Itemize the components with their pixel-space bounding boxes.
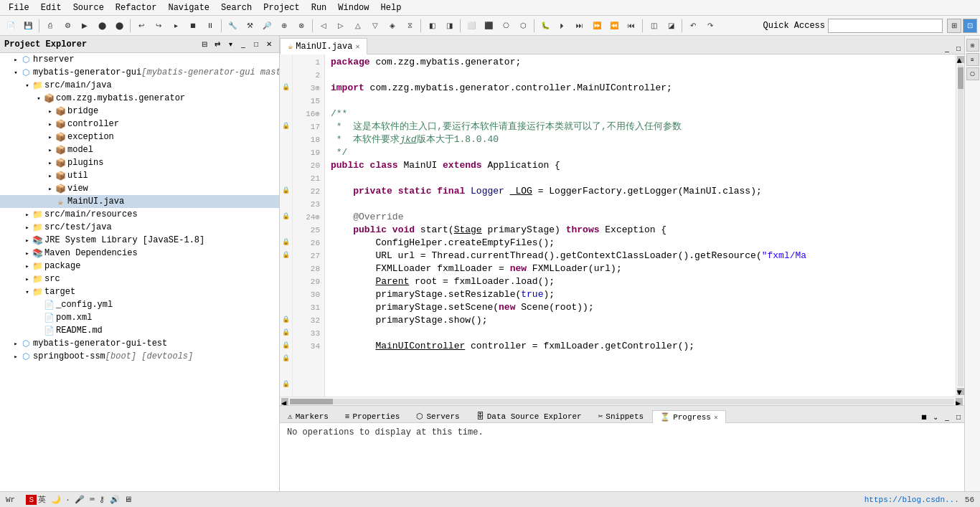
toolbar-btn-35[interactable]: ↷ bbox=[702, 18, 718, 34]
tree-item-src-main-java[interactable]: ▾ 📁 src/main/java bbox=[0, 79, 279, 92]
minimize-btn[interactable]: _ bbox=[237, 39, 249, 50]
tab-properties[interactable]: ≡ Properties bbox=[337, 410, 408, 422]
debug-button[interactable]: 🐛 bbox=[537, 18, 553, 34]
quick-access-input[interactable] bbox=[828, 19, 943, 33]
toolbar-btn-34[interactable]: ↶ bbox=[685, 18, 701, 34]
tree-item-mybatis-test[interactable]: ▸ ⬡ mybatis-generator-gui-test bbox=[0, 337, 279, 350]
toolbar-btn-20[interactable]: ⧖ bbox=[402, 18, 418, 34]
toolbar-btn-26[interactable]: ⬡ bbox=[515, 18, 531, 34]
tree-item-controller[interactable]: ▸ 📦 controller bbox=[0, 118, 279, 131]
toolbar-btn-17[interactable]: △ bbox=[350, 18, 366, 34]
vertical-scrollbar[interactable]: ▲ ▼ bbox=[956, 55, 964, 397]
perspective-btn2[interactable]: ⊡ bbox=[963, 19, 977, 33]
tab-markers[interactable]: ⚠ Markers bbox=[280, 409, 336, 422]
scroll-track[interactable] bbox=[958, 65, 963, 387]
tree-item-package[interactable]: ▸ 📁 package bbox=[0, 260, 279, 273]
print-button[interactable]: ⎙ bbox=[42, 18, 58, 34]
toolbar-btn-9[interactable]: ⏸ bbox=[202, 18, 218, 34]
maximize-btn[interactable]: □ bbox=[250, 39, 262, 50]
scroll-right-btn[interactable]: ▶ bbox=[956, 398, 963, 405]
tab-snippets[interactable]: ✂ Snippets bbox=[590, 409, 651, 422]
menu-file[interactable]: File bbox=[3, 1, 35, 14]
toolbar-btn-13[interactable]: ⊕ bbox=[276, 18, 292, 34]
tree-item-plugins[interactable]: ▸ 📦 plugins bbox=[0, 156, 279, 169]
tree-item-mainui[interactable]: ▸ ☕ MainUI.java bbox=[0, 195, 279, 208]
perspective-btn[interactable]: ⊞ bbox=[947, 19, 961, 33]
toolbar-btn-25[interactable]: ⎔ bbox=[498, 18, 514, 34]
menu-project[interactable]: Project bbox=[258, 1, 305, 14]
right-sidebar-icon-3[interactable]: ⎔ bbox=[966, 67, 979, 80]
toolbar-btn-14[interactable]: ⊗ bbox=[293, 18, 309, 34]
tree-item-com-zzg[interactable]: ▾ 📦 com.zzg.mybatis.generator bbox=[0, 92, 279, 105]
toolbar-btn-30[interactable]: ⏪ bbox=[606, 18, 622, 34]
tab-servers[interactable]: ⬡ Servers bbox=[408, 409, 467, 422]
toolbar-btn-6[interactable]: ↪ bbox=[151, 18, 166, 34]
menu-help[interactable]: Help bbox=[375, 1, 407, 14]
toolbar-btn-19[interactable]: ◈ bbox=[385, 18, 400, 34]
toolbar-btn-28[interactable]: ⏭ bbox=[572, 18, 588, 34]
tree-item-src[interactable]: ▸ 📁 src bbox=[0, 273, 279, 285]
scroll-left-btn[interactable]: ◀ bbox=[281, 398, 288, 405]
toolbar-btn-33[interactable]: ◪ bbox=[663, 18, 679, 34]
bottom-minimize-btn[interactable]: ⌄ bbox=[930, 411, 941, 422]
h-scroll-track[interactable] bbox=[290, 399, 954, 404]
tree-item-maven[interactable]: ▸ 📚 Maven Dependencies bbox=[0, 247, 279, 260]
toolbar-btn-18[interactable]: ▽ bbox=[367, 18, 383, 34]
horizontal-scrollbar[interactable]: ◀ ▶ bbox=[280, 397, 964, 405]
toolbar-btn-23[interactable]: ⬜ bbox=[463, 18, 479, 34]
toolbar-btn-22[interactable]: ◨ bbox=[441, 18, 457, 34]
menu-source[interactable]: Source bbox=[67, 1, 110, 14]
toolbar-btn-29[interactable]: ⏩ bbox=[589, 18, 605, 34]
bottom-panel-min-btn[interactable]: _ bbox=[941, 411, 953, 422]
new-button[interactable]: 📄 bbox=[3, 18, 19, 34]
right-sidebar-icon-2[interactable]: ≡ bbox=[966, 53, 979, 66]
bottom-stop-btn[interactable]: ⏹ bbox=[918, 411, 930, 422]
toolbar-btn-12[interactable]: 🔎 bbox=[259, 18, 275, 34]
menu-window[interactable]: Window bbox=[332, 1, 374, 14]
right-sidebar-icon-1[interactable]: ⊞ bbox=[966, 39, 979, 52]
toolbar-btn-32[interactable]: ◫ bbox=[646, 18, 661, 34]
scroll-thumb[interactable] bbox=[958, 67, 963, 89]
toolbar-btn-3[interactable]: ⬤ bbox=[94, 18, 110, 34]
menu-edit[interactable]: Edit bbox=[35, 1, 67, 14]
menu-search[interactable]: Search bbox=[215, 1, 258, 14]
tree-item-exception[interactable]: ▸ 📦 exception bbox=[0, 131, 279, 143]
view-menu-btn[interactable]: ▾ bbox=[225, 39, 236, 50]
toolbar-btn-27[interactable]: ⏵ bbox=[555, 18, 570, 34]
tab-progress[interactable]: ⏳ Progress ✕ bbox=[652, 410, 726, 423]
tree-item-target[interactable]: ▾ 📁 target bbox=[0, 285, 279, 298]
tree-item-model[interactable]: ▸ 📦 model bbox=[0, 143, 279, 156]
tree-item-springboot[interactable]: ▸ ⬡ springboot-ssm [boot] [devtools] bbox=[0, 350, 279, 363]
save-button[interactable]: 💾 bbox=[20, 18, 36, 34]
editor-tab-mainui[interactable]: ☕ MainUI.java ✕ bbox=[280, 38, 367, 55]
run-button[interactable]: ▶ bbox=[77, 18, 93, 34]
tree-item-src-main-resources[interactable]: ▸ 📁 src/main/resources bbox=[0, 208, 279, 221]
editor-maximize-btn[interactable]: □ bbox=[953, 42, 964, 54]
toolbar-btn-2[interactable]: ⚙ bbox=[60, 18, 75, 34]
toolbar-btn-21[interactable]: ◧ bbox=[424, 18, 440, 34]
progress-tab-close[interactable]: ✕ bbox=[714, 413, 718, 422]
code-editor[interactable]: package com.zzg.mybatis.generator; impor… bbox=[325, 55, 956, 397]
tree-item-src-test-java[interactable]: ▸ 📁 src/test/java bbox=[0, 221, 279, 234]
tree-item-config-yml[interactable]: ▸ 📄 _config.yml bbox=[0, 298, 279, 311]
toolbar-btn-7[interactable]: ▸ bbox=[168, 18, 184, 34]
toolbar-btn-16[interactable]: ▷ bbox=[333, 18, 349, 34]
tree-item-util[interactable]: ▸ 📦 util bbox=[0, 169, 279, 182]
collapse-all-btn[interactable]: ⊟ bbox=[199, 39, 210, 50]
tab-datasource[interactable]: 🗄 Data Source Explorer bbox=[468, 409, 590, 422]
toolbar-btn-4[interactable]: ⬤ bbox=[111, 18, 127, 34]
menu-refactor[interactable]: Refactor bbox=[110, 1, 163, 14]
tree-item-mybatis-gui[interactable]: ▾ ⬡ mybatis-generator-gui [mybatis-gener… bbox=[0, 66, 279, 79]
h-scroll-thumb[interactable] bbox=[290, 399, 333, 404]
toolbar-btn-24[interactable]: ⬛ bbox=[481, 18, 496, 34]
toolbar-btn-10[interactable]: 🔧 bbox=[225, 18, 240, 34]
scroll-down-btn[interactable]: ▼ bbox=[957, 388, 964, 395]
tree-item-hrserver[interactable]: ▸ ⬡ hrserver bbox=[0, 53, 279, 66]
menu-run[interactable]: Run bbox=[306, 1, 333, 14]
toolbar-btn-31[interactable]: ⏮ bbox=[623, 18, 639, 34]
toolbar-btn-8[interactable]: ⏹ bbox=[185, 18, 201, 34]
tab-close-btn[interactable]: ✕ bbox=[355, 42, 359, 51]
tree-item-view[interactable]: ▸ 📦 view bbox=[0, 182, 279, 195]
tree-item-pom-xml[interactable]: ▸ 📄 pom.xml bbox=[0, 311, 279, 324]
toolbar-btn-5[interactable]: ↩ bbox=[133, 18, 149, 34]
